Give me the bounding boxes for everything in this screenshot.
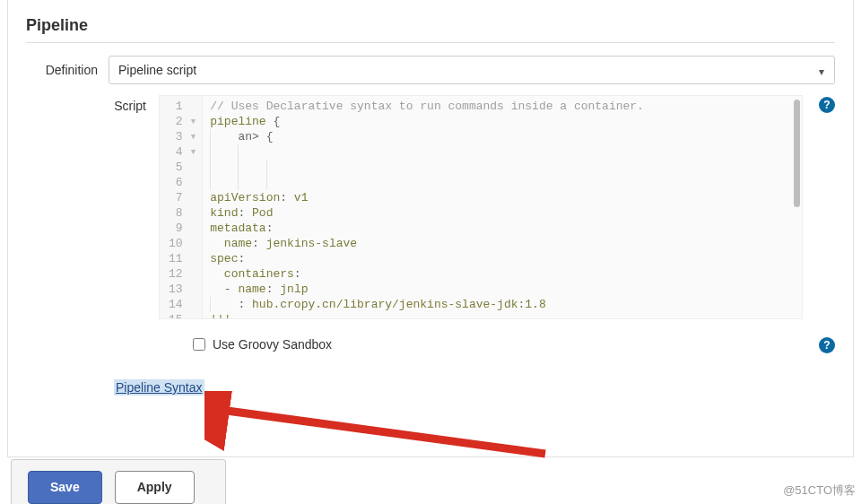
gutter-line: 7 bbox=[169, 190, 196, 205]
gutter-line: 8 bbox=[169, 205, 196, 221]
script-row: Script 1 2 ▾ 3 ▾ 4 ▾ 5 6 7 8 9 10 11 12 … bbox=[26, 95, 835, 319]
gutter-line: 10 bbox=[169, 236, 196, 251]
code-line[interactable]: apiVersion: v1 bbox=[210, 190, 644, 205]
pipeline-syntax-link[interactable]: Pipeline Syntax bbox=[114, 379, 204, 395]
sandbox-label: Use Groovy Sandbox bbox=[213, 337, 819, 352]
watermark: @51CTO博客 bbox=[783, 482, 856, 499]
definition-control: Pipeline script ▾ bbox=[109, 56, 835, 84]
code-line[interactable]: pipeline { bbox=[210, 114, 644, 129]
help-icon[interactable]: ? bbox=[819, 97, 835, 113]
code-line[interactable]: an> { bbox=[210, 129, 644, 144]
button-bar: Save Apply bbox=[11, 459, 226, 504]
code-line[interactable]: spec: bbox=[210, 251, 644, 266]
code-line[interactable]: containers: bbox=[210, 266, 644, 282]
gutter-line: 5 bbox=[169, 160, 196, 175]
gutter-line: 13 bbox=[169, 282, 196, 297]
section-title: Pipeline bbox=[26, 16, 835, 37]
section-divider bbox=[26, 42, 835, 43]
definition-label: Definition bbox=[26, 56, 109, 77]
gutter-line: 12 bbox=[169, 266, 196, 282]
editor-code-area[interactable]: // Uses Declarative syntax to run comman… bbox=[203, 96, 651, 318]
definition-row: Definition Pipeline script ▾ bbox=[26, 56, 835, 84]
code-line[interactable] bbox=[210, 160, 644, 175]
editor-scrollbar[interactable] bbox=[794, 100, 800, 207]
code-line[interactable]: // Uses Declarative syntax to run comman… bbox=[210, 99, 644, 114]
code-line[interactable]: ''' bbox=[210, 312, 644, 319]
definition-select[interactable]: Pipeline script bbox=[109, 56, 835, 84]
gutter-line: 2 ▾ bbox=[169, 114, 196, 129]
code-line[interactable]: - name: jnlp bbox=[210, 282, 644, 297]
script-label: Script bbox=[26, 95, 159, 113]
code-line[interactable]: metadata: bbox=[210, 221, 644, 236]
sandbox-row: Use Groovy Sandbox ? bbox=[26, 335, 835, 353]
gutter-line: 14 bbox=[169, 297, 196, 312]
pipeline-section: Pipeline Definition Pipeline script ▾ Sc… bbox=[7, 0, 854, 457]
gutter-line: 15 bbox=[169, 312, 196, 319]
sandbox-checkbox[interactable] bbox=[193, 338, 205, 351]
code-line[interactable]: : hub.cropy.cn/library/jenkins-slave-jdk… bbox=[210, 297, 644, 312]
gutter-line: 11 bbox=[169, 251, 196, 266]
gutter-line: 3 ▾ bbox=[169, 129, 196, 144]
code-line[interactable] bbox=[210, 144, 644, 160]
gutter-line: 1 bbox=[169, 99, 196, 114]
gutter-line: 4 ▾ bbox=[169, 144, 196, 160]
gutter-line: 6 bbox=[169, 175, 196, 190]
save-button[interactable]: Save bbox=[28, 471, 102, 504]
gutter-line: 9 bbox=[169, 221, 196, 236]
code-line[interactable]: kind: Pod bbox=[210, 205, 644, 221]
code-line[interactable] bbox=[210, 175, 644, 190]
editor-wrap: 1 2 ▾ 3 ▾ 4 ▾ 5 6 7 8 9 10 11 12 13 14 1… bbox=[159, 95, 835, 319]
apply-button[interactable]: Apply bbox=[115, 471, 195, 504]
script-editor[interactable]: 1 2 ▾ 3 ▾ 4 ▾ 5 6 7 8 9 10 11 12 13 14 1… bbox=[159, 95, 803, 319]
pipeline-syntax-row: Pipeline Syntax bbox=[114, 380, 835, 395]
editor-gutter: 1 2 ▾ 3 ▾ 4 ▾ 5 6 7 8 9 10 11 12 13 14 1… bbox=[160, 96, 203, 318]
code-line[interactable]: name: jenkins-slave bbox=[210, 236, 644, 251]
help-icon[interactable]: ? bbox=[819, 337, 835, 353]
